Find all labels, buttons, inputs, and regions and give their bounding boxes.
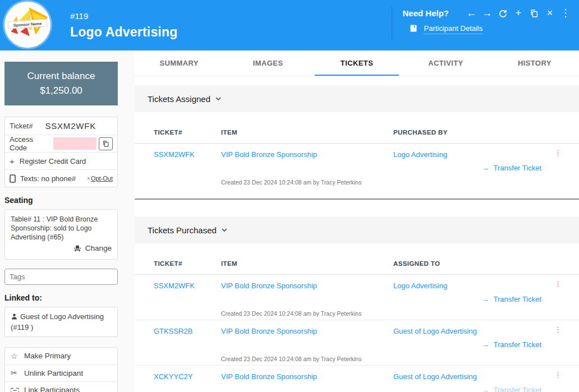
seat-icon	[73, 245, 81, 252]
participant-details-link[interactable]: Participant Details	[424, 24, 482, 34]
current-balance-box: Current balance $1,250.00	[4, 62, 118, 105]
forward-icon[interactable]: →	[479, 7, 495, 19]
row-menu-icon[interactable]: ⋮	[554, 326, 562, 334]
table-row: SSXM2WFK VIP Bold Bronze Sponsorship Log…	[135, 144, 579, 199]
avatar[interactable]: Sponsor Name	[4, 2, 50, 48]
tab-tickets[interactable]: TICKETS	[313, 50, 401, 76]
row-menu-icon[interactable]: ⋮	[554, 149, 562, 157]
add-icon[interactable]: +	[511, 7, 526, 19]
row-menu-icon[interactable]: ⋮	[554, 280, 562, 288]
table-header-row: TICKET# ITEM ASSIGNED TO	[135, 243, 579, 275]
transfer-arrow-icon: →	[482, 340, 489, 349]
created-text: Created 23 Dec 2024 10:24:08 am by Tracy…	[221, 179, 579, 186]
copy-access-code-button[interactable]	[99, 137, 113, 150]
item-link[interactable]: VIP Bold Bronze Sponsorship	[221, 282, 317, 290]
seating-text: Table# 11 : VIP Bold Bronze Sponsorship:…	[11, 215, 112, 242]
item-link[interactable]: VIP Bold Bronze Sponsorship	[221, 150, 317, 159]
person-icon	[11, 313, 18, 322]
transfer-ticket-link[interactable]: → Transfer Ticket	[482, 386, 541, 392]
column-ticket: TICKET#	[135, 260, 221, 267]
tab-activity[interactable]: ACTIVITY	[401, 50, 490, 76]
copy-icon[interactable]	[526, 7, 542, 19]
ticket-number-label: Ticket#	[10, 122, 33, 130]
opt-out-x-icon: ×	[87, 176, 90, 182]
tickets-purchased-header[interactable]: Tickets Purchased	[135, 216, 579, 243]
created-text: Created 23 Dec 2024 10:24:08 am by Tracy…	[221, 310, 579, 317]
created-text: Created 23 Dec 2024 10:24:08 am by Tracy…	[221, 356, 579, 363]
refresh-icon[interactable]	[495, 7, 511, 19]
purchased-by-link[interactable]: Logo Advertising	[393, 150, 447, 159]
scissors-icon: ✂	[11, 368, 24, 377]
ticket-number-row: Ticket# SSXM2WFK	[5, 117, 117, 135]
transfer-ticket-link[interactable]: → Transfer Ticket	[482, 295, 541, 303]
unlink-participant-button[interactable]: ✂ Unlink Participant	[5, 365, 117, 381]
table-row: XCKYYC2Y VIP Bold Bronze Sponsorship Gue…	[135, 366, 579, 392]
access-code-row: Access Code	[5, 135, 117, 152]
balance-value: $1,250.00	[40, 85, 82, 96]
texts-label: Texts: no phone#	[20, 174, 76, 183]
assigned-to-link[interactable]: Guest of Logo Advertising	[393, 372, 477, 381]
ticket-number-link[interactable]: SSXM2WFK	[154, 282, 195, 290]
tickets-assigned-section: Tickets Assigned TICKET# ITEM PURCHASED …	[135, 85, 579, 200]
need-help-link[interactable]: Need Help?	[402, 8, 449, 18]
header-title-block: #119 Logo Advertising	[70, 11, 177, 40]
ticket-number-link[interactable]: SSXM2WFK	[154, 150, 195, 159]
back-icon[interactable]: ←	[463, 7, 479, 19]
item-link[interactable]: VIP Bold Bronze Sponsorship	[221, 327, 317, 335]
participant-sidebar: Current balance $1,250.00 Ticket# SSXM2W…	[0, 50, 135, 392]
balance-label: Current balance	[27, 71, 95, 82]
sponsor-logo-icon: Sponsor Name	[4, 2, 50, 48]
tab-images[interactable]: IMAGES	[223, 50, 312, 76]
assigned-to-link[interactable]: Guest of Logo Advertising	[393, 327, 477, 335]
column-assigned-to: ASSIGNED TO	[393, 260, 579, 267]
register-credit-card-button[interactable]: + Register Credit Card	[5, 152, 117, 169]
ticket-info-card: Ticket# SSXM2WFK Access Code + Regi	[4, 117, 118, 187]
tickets-panel: ▲ SUMMARY IMAGES TICKETS ACTIVITY HISTOR…	[135, 50, 579, 392]
participant-tabs: SUMMARY IMAGES TICKETS ACTIVITY HISTORY	[135, 50, 579, 76]
item-link[interactable]: VIP Bold Bronze Sponsorship	[221, 372, 317, 381]
link-participants-button[interactable]: Link Participants	[5, 381, 117, 392]
linked-participant-item[interactable]: Guest of Logo Advertising (#119 )	[4, 307, 118, 337]
participant-details-icon	[410, 24, 417, 34]
seating-card: Table# 11 : VIP Bold Bronze Sponsorship:…	[4, 209, 118, 260]
chevron-down-icon	[215, 97, 221, 100]
tab-history[interactable]: HISTORY	[490, 50, 579, 76]
column-purchased-by: PURCHASED BY	[393, 129, 579, 136]
row-menu-icon[interactable]: ⋮	[554, 371, 562, 379]
transfer-arrow-icon: →	[482, 386, 489, 392]
tags-input[interactable]	[4, 269, 118, 285]
section-divider	[135, 199, 579, 200]
tab-summary[interactable]: SUMMARY	[135, 50, 223, 76]
page-title: Logo Advertising	[70, 25, 177, 40]
more-menu-icon[interactable]: ⋮	[558, 7, 573, 19]
access-code-field[interactable]	[53, 137, 96, 150]
linked-participant-label: Guest of Logo Advertising (#119 )	[11, 312, 104, 331]
change-seating-button[interactable]: Change	[73, 244, 112, 252]
seating-heading: Seating	[4, 196, 135, 205]
table-row: SSXM2WFK VIP Bold Bronze Sponsorship Log…	[135, 275, 579, 320]
star-icon: ☆	[11, 352, 24, 361]
linked-to-heading: Linked to:	[4, 293, 135, 302]
ticket-number-link[interactable]: XCKYYC2Y	[154, 372, 192, 381]
tickets-purchased-section: Tickets Purchased TICKET# ITEM ASSIGNED …	[135, 216, 579, 392]
close-icon[interactable]: ×	[542, 7, 558, 19]
assigned-to-link[interactable]: Logo Advertising	[393, 282, 447, 290]
column-item: ITEM	[221, 129, 393, 136]
chevron-down-icon	[222, 228, 227, 232]
table-header-row: TICKET# ITEM PURCHASED BY	[135, 112, 579, 144]
top-header: Sponsor Name #119 Logo Advertising Need …	[0, 0, 579, 50]
link-icon	[11, 385, 24, 392]
participant-window: Sponsor Name #119 Logo Advertising Need …	[0, 0, 579, 392]
tickets-assigned-header[interactable]: Tickets Assigned	[135, 85, 579, 112]
participant-actions-card: ☆ Make Primary ✂ Unlink Participant Link…	[4, 347, 118, 392]
transfer-ticket-link[interactable]: → Transfer Ticket	[482, 164, 541, 172]
ticket-number-link[interactable]: GTKSSR2B	[154, 327, 192, 335]
header-actions: Need Help? ← → + × ⋮	[392, 7, 573, 39]
transfer-ticket-link[interactable]: → Transfer Ticket	[482, 340, 541, 349]
make-primary-button[interactable]: ☆ Make Primary	[5, 348, 117, 365]
transfer-arrow-icon: →	[482, 164, 489, 172]
phone-icon	[10, 174, 16, 183]
participant-number: #119	[70, 11, 177, 21]
opt-out-link[interactable]: ×Opt-Out	[87, 175, 113, 182]
column-item: ITEM	[221, 260, 393, 267]
